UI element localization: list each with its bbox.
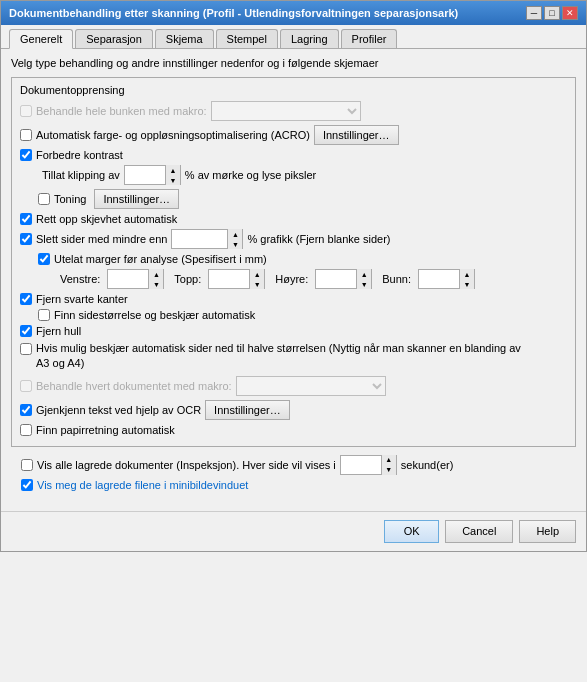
main-content: Velg type behandling og andre innstillin… [1,49,586,507]
margins-row: Venstre: 20.00 ▲ ▼ Topp: 10.00 ▲ [20,269,567,289]
bunn-group: Bunn: 10.00 ▲ ▼ [378,269,475,289]
toning-checkbox[interactable] [38,193,50,205]
finn-side-row: Finn sidestørrelse og beskjær automatisk [20,309,567,321]
hoyre-group: Høyre: 20.00 ▲ ▼ [271,269,372,289]
rett-opp-row: Rett opp skjevhet automatisk [20,213,567,225]
tab-generelt[interactable]: Generelt [9,29,73,49]
fjern-svarte-label: Fjern svarte kanter [20,293,128,305]
gjenkjenn-label: Gjenkjenn tekst ved hjelp av OCR [20,404,201,416]
slett-label: Slett sider med mindre enn [20,233,167,245]
fjern-hull-checkbox[interactable] [20,325,32,337]
hvis-mulig-checkbox[interactable] [20,343,32,355]
hoyre-spin: 20.00 ▲ ▼ [315,269,372,289]
rett-opp-checkbox[interactable] [20,213,32,225]
intro-text: Velg type behandling og andre innstillin… [11,57,576,69]
venstre-group: Venstre: 20.00 ▲ ▼ [56,269,164,289]
main-window: Dokumentbehandling etter skanning (Profi… [0,0,587,552]
topp-down-btn[interactable]: ▼ [250,279,264,289]
hoyre-input[interactable]: 20.00 [316,270,356,288]
inspeksjon-down-btn[interactable]: ▼ [382,465,396,475]
vis-alle-label: Vis alle lagrede dokumenter (Inspeksjon)… [21,459,336,471]
inspeksjon-input[interactable]: 1.5 [341,456,381,474]
tab-skjema[interactable]: Skjema [155,29,214,48]
grafikk-down-btn[interactable]: ▼ [228,239,242,249]
inspeksjon-spin-btns: ▲ ▼ [381,455,396,475]
behandle-hvert-combo[interactable] [236,376,386,396]
vis-alle-checkbox[interactable] [21,459,33,471]
fjern-svarte-row: Fjern svarte kanter [20,293,567,305]
tab-profiler[interactable]: Profiler [341,29,398,48]
hoyre-label: Høyre: [275,273,308,285]
topp-label: Topp: [174,273,201,285]
behandle-combo[interactable] [211,101,361,121]
vis-meg-row: Vis meg de lagrede filene i minibildevin… [21,479,566,491]
vis-meg-checkbox[interactable] [21,479,33,491]
finn-papir-label: Finn papirretning automatisk [20,424,175,436]
bunn-spin: 10.00 ▲ ▼ [418,269,475,289]
inspeksjon-spin: 1.5 ▲ ▼ [340,455,397,475]
ocr-settings-button[interactable]: Innstillinger… [205,400,290,420]
topp-group: Topp: 10.00 ▲ ▼ [170,269,265,289]
venstre-input[interactable]: 20.00 [108,270,148,288]
venstre-down-btn[interactable]: ▼ [149,279,163,289]
toning-settings-button[interactable]: Innstillinger… [94,189,179,209]
behandle-checkbox[interactable] [20,105,32,117]
grafikk-input[interactable]: 0.10000 [172,230,227,248]
toning-label: Toning [38,193,86,205]
vis-alle-row: Vis alle lagrede dokumenter (Inspeksjon)… [21,455,566,475]
klipping-down-btn[interactable]: ▼ [166,175,180,185]
behandle-hvert-label: Behandle hvert dokumentet med makro: [20,380,232,392]
vis-meg-label: Vis meg de lagrede filene i minibildevin… [21,479,248,491]
utelat-checkbox[interactable] [38,253,50,265]
venstre-spin-btns: ▲ ▼ [148,269,163,289]
finn-papir-checkbox[interactable] [20,424,32,436]
grafikk-spin: 0.10000 ▲ ▼ [171,229,243,249]
gjenkjenn-checkbox[interactable] [20,404,32,416]
kontrast-label: Forbedre kontrast [20,149,123,161]
behandle-hvert-row: Behandle hvert dokumentet med makro: [20,376,567,396]
utelat-row: Utelat marger før analyse (Spesifisert i… [20,253,567,265]
bunn-up-btn[interactable]: ▲ [460,269,474,279]
klipping-input[interactable]: 1.00 [125,166,165,184]
grafikk-suffix: % grafikk (Fjern blanke sider) [247,233,390,245]
minimize-button[interactable]: ─ [526,6,542,20]
inspeksjon-suffix: sekund(er) [401,459,454,471]
inspeksjon-up-btn[interactable]: ▲ [382,455,396,465]
maximize-button[interactable]: □ [544,6,560,20]
hoyre-down-btn[interactable]: ▼ [357,279,371,289]
venstre-up-btn[interactable]: ▲ [149,269,163,279]
utelat-label: Utelat marger før analyse (Spesifisert i… [38,253,267,265]
kontrast-row: Forbedre kontrast [20,149,567,161]
tab-stempel[interactable]: Stempel [216,29,278,48]
behandle-label: Behandle hele bunken med makro: [20,105,207,117]
topp-up-btn[interactable]: ▲ [250,269,264,279]
kontrast-checkbox[interactable] [20,149,32,161]
hoyre-up-btn[interactable]: ▲ [357,269,371,279]
fjern-svarte-checkbox[interactable] [20,293,32,305]
bunn-down-btn[interactable]: ▼ [460,279,474,289]
cancel-button[interactable]: Cancel [445,520,513,543]
acro-settings-button[interactable]: Innstillinger… [314,125,399,145]
bunn-input[interactable]: 10.00 [419,270,459,288]
window-title: Dokumentbehandling etter skanning (Profi… [9,7,458,19]
behandle-hvert-checkbox[interactable] [20,380,32,392]
fjern-hull-label: Fjern hull [20,325,81,337]
bottom-section: Vis alle lagrede dokumenter (Inspeksjon)… [11,451,576,499]
ok-button[interactable]: OK [384,520,439,543]
close-button[interactable]: ✕ [562,6,578,20]
toning-row: Toning Innstillinger… [20,189,567,209]
fjern-hull-row: Fjern hull [20,325,567,337]
klipping-up-btn[interactable]: ▲ [166,165,180,175]
topp-input[interactable]: 10.00 [209,270,249,288]
acro-checkbox[interactable] [20,129,32,141]
tab-lagring[interactable]: Lagring [280,29,339,48]
klipping-suffix: % av mørke og lyse piksler [185,169,316,181]
slett-checkbox[interactable] [20,233,32,245]
tab-separasjon[interactable]: Separasjon [75,29,153,48]
help-button[interactable]: Help [519,520,576,543]
hvis-mulig-label: Hvis mulig beskjær automatisk sider ned … [20,341,526,372]
grafikk-up-btn[interactable]: ▲ [228,229,242,239]
behandle-row: Behandle hele bunken med makro: [20,101,567,121]
finn-side-checkbox[interactable] [38,309,50,321]
section-box: Dokumentopprensing Behandle hele bunken … [11,77,576,447]
